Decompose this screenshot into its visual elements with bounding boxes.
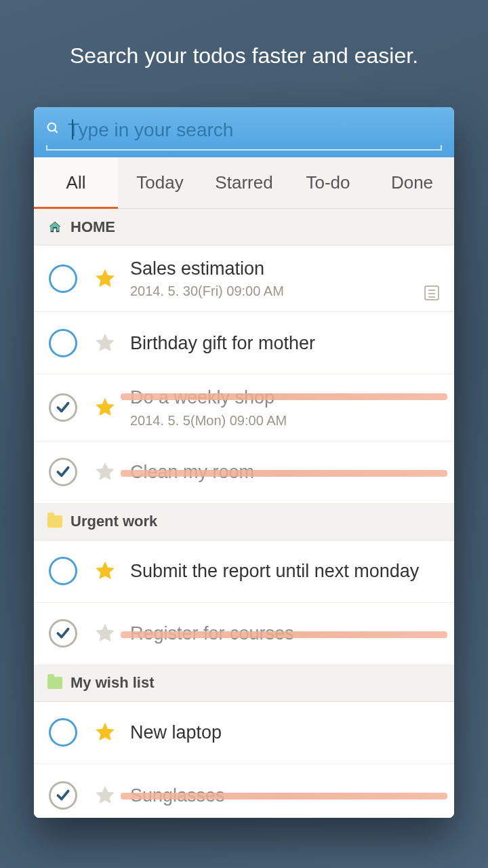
todo-item-clean[interactable]: Clean my room [34, 441, 454, 504]
strikethrough [121, 793, 447, 800]
strikethrough [121, 631, 447, 638]
section-header-wish[interactable]: My wish list [34, 665, 454, 702]
text-cursor [72, 119, 73, 140]
todo-item-weekly[interactable]: Do a weekly shop 2014. 5. 5(Mon) 09:00 A… [34, 374, 454, 441]
checkbox[interactable] [49, 264, 77, 293]
todo-card: All Today Starred To-do Done HOME Sales … [34, 107, 454, 818]
star-icon[interactable] [94, 267, 117, 290]
search-underline [46, 145, 442, 151]
search-input[interactable] [68, 119, 442, 141]
star-icon[interactable] [94, 721, 117, 744]
note-icon[interactable] [424, 285, 439, 300]
tab-done[interactable]: Done [370, 157, 454, 208]
checkbox[interactable] [49, 393, 77, 422]
todo-item-gift[interactable]: Birthday gift for mother [34, 312, 454, 374]
section-header-urgent[interactable]: Urgent work [34, 504, 454, 540]
todo-item-sales[interactable]: Sales estimation 2014. 5. 30(Fri) 09:00 … [34, 245, 454, 312]
strikethrough [121, 393, 447, 400]
star-icon[interactable] [94, 784, 117, 807]
home-icon [47, 220, 62, 235]
section-header-home[interactable]: HOME [34, 209, 454, 245]
svg-line-1 [55, 130, 58, 133]
todo-item-report[interactable]: Submit the report until next monday [34, 540, 454, 603]
section-title: HOME [70, 218, 115, 236]
star-icon[interactable] [94, 332, 117, 355]
checkbox[interactable] [49, 557, 77, 585]
section-title: Urgent work [70, 513, 157, 530]
search-bar[interactable] [34, 107, 454, 157]
tab-todo[interactable]: To-do [286, 157, 370, 208]
item-title: New laptop [130, 722, 439, 743]
star-icon[interactable] [94, 460, 117, 484]
tab-starred[interactable]: Starred [202, 157, 286, 208]
checkbox[interactable] [49, 329, 77, 357]
item-subtitle: 2014. 5. 5(Mon) 09:00 AM [130, 413, 439, 429]
checkbox[interactable] [49, 458, 77, 486]
item-title: Submit the report until next monday [130, 560, 439, 582]
folder-icon [47, 515, 62, 528]
star-icon[interactable] [94, 559, 117, 583]
todo-item-laptop[interactable]: New laptop [34, 702, 454, 764]
star-icon[interactable] [94, 396, 117, 419]
filter-tabs: All Today Starred To-do Done [34, 157, 454, 209]
page-headline: Search your todos faster and easier. [0, 43, 488, 68]
checkbox[interactable] [49, 619, 77, 648]
folder-icon [47, 677, 62, 689]
todo-item-register[interactable]: Register for courses [34, 603, 454, 665]
checkbox[interactable] [49, 718, 77, 747]
item-subtitle: 2014. 5. 30(Fri) 09:00 AM [130, 283, 439, 299]
section-title: My wish list [70, 674, 154, 692]
search-icon [46, 121, 60, 139]
checkbox[interactable] [49, 781, 77, 810]
svg-point-0 [48, 123, 56, 132]
strikethrough [121, 470, 447, 477]
tab-today[interactable]: Today [118, 157, 202, 208]
tab-all[interactable]: All [34, 157, 118, 208]
item-title: Birthday gift for mother [130, 332, 439, 354]
star-icon[interactable] [94, 622, 117, 645]
item-title: Sales estimation [130, 258, 439, 279]
todo-item-sunglasses[interactable]: Sunglasses [34, 764, 454, 818]
